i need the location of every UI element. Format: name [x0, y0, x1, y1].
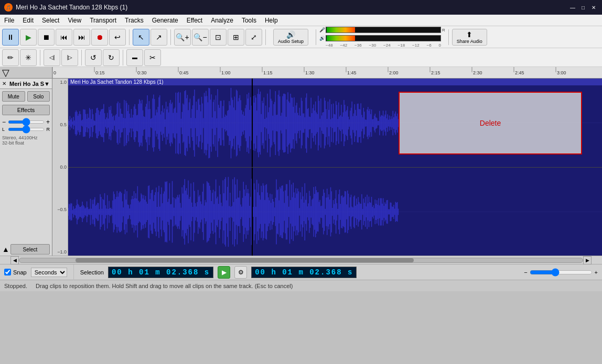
sep1	[129, 29, 130, 45]
loop-button[interactable]: ↩	[109, 29, 126, 46]
fit-project-button[interactable]: ⤢	[245, 29, 262, 46]
status-hint: Drag clips to reposition them. Hold Shif…	[36, 283, 293, 289]
titlebar: 🎵 Meri Ho Ja Sachet Tandon 128 Kbps (1) …	[0, 0, 602, 15]
select-button[interactable]: Select	[10, 244, 50, 255]
playback-level-icon: 🔊	[319, 36, 325, 41]
zoom-in-small-icon: +	[595, 269, 598, 275]
sep9	[73, 264, 74, 280]
menu-transport[interactable]: Transport	[85, 15, 121, 26]
menu-view[interactable]: View	[63, 15, 85, 26]
trim-right-button[interactable]: |▷	[61, 49, 78, 66]
sep6	[40, 50, 40, 65]
zoom-area: − +	[524, 268, 598, 277]
menu-select[interactable]: Select	[38, 15, 63, 26]
solo-button[interactable]: Solo	[27, 91, 50, 102]
cursor-tool-button[interactable]: ↖	[133, 29, 149, 46]
selection-time2[interactable]: 00 h 01 m 02.368 s	[251, 267, 357, 278]
back-button[interactable]: ⏮	[56, 29, 72, 46]
zoom-out-small-icon: −	[524, 269, 527, 275]
zoom-out-button[interactable]: 🔍−	[192, 29, 209, 46]
menu-tools[interactable]: Tools	[238, 15, 261, 26]
play-selection-button[interactable]: ▶	[218, 266, 230, 279]
svg-text:2:00: 2:00	[389, 70, 399, 75]
snap-checkbox-label[interactable]: Snap	[4, 269, 27, 275]
pan-slider[interactable]	[8, 128, 45, 131]
zoom-in-button[interactable]: 🔍+	[174, 29, 191, 46]
svg-text:2:15: 2:15	[431, 70, 440, 75]
sep7	[81, 50, 82, 65]
menu-edit[interactable]: Edit	[18, 15, 38, 26]
window-title: Meri Ho Ja Sachet Tandon 128 Kbps (1)	[16, 4, 127, 11]
close-button[interactable]: ✕	[589, 3, 598, 12]
app-icon: 🎵	[4, 3, 13, 12]
menu-generate[interactable]: Generate	[148, 15, 182, 26]
scroll-right-button[interactable]: ▶	[583, 256, 592, 264]
cut-preview-button[interactable]: ✂	[144, 49, 161, 66]
lower-waveform	[68, 168, 602, 256]
sep8	[123, 50, 123, 65]
status-stopped: Stopped.	[4, 283, 27, 289]
minimize-button[interactable]: —	[568, 3, 577, 12]
vu-scale: −48−42−36−30−24−18−12−60	[319, 43, 441, 48]
track-area-container: ▽ 0 0:15 0:30 0:45 1:00 1:15 1:30	[0, 67, 602, 256]
settings-button[interactable]: ⚙	[234, 266, 247, 279]
selection-time1[interactable]: 00 h 01 m 02.368 s	[108, 267, 213, 278]
horizontal-scrollbar: ◀ ▶	[0, 256, 602, 264]
menu-tracks[interactable]: Tracks	[121, 15, 148, 26]
ruler-corner: ▽	[0, 67, 52, 79]
track-bit-depth: 32-bit float	[2, 140, 50, 146]
output-vu-level	[327, 36, 355, 41]
waveform-main[interactable]: Meri Ho Ja Sachet Tandon 128 Kbps (1)	[68, 79, 602, 256]
pause-button[interactable]: ⏸	[2, 29, 19, 46]
undo-button[interactable]: ↺	[85, 49, 102, 66]
track-collapse-button[interactable]: ▲	[2, 245, 9, 253]
menu-help[interactable]: Help	[261, 15, 282, 26]
fit-track-button[interactable]: ⊡	[210, 29, 227, 46]
audio-setup-button[interactable]: 🔊 Audio Setup	[273, 29, 308, 46]
trim-left-button[interactable]: ◁|	[44, 49, 60, 66]
track-name: Meri Ho Ja S▼	[9, 81, 50, 87]
effects-button[interactable]: Effects	[2, 105, 50, 115]
gain-slider[interactable]	[8, 120, 45, 124]
pan-right-label: R	[47, 127, 50, 132]
play-button[interactable]: ▶	[20, 29, 37, 46]
track-bottom-controls: ▲ Select	[0, 243, 52, 256]
pan-left-label: L	[2, 127, 6, 132]
envelope-tool-button[interactable]: ↗	[150, 29, 167, 46]
delete-box[interactable]: Delete	[399, 92, 582, 155]
zoom-slider[interactable]	[530, 268, 593, 277]
svg-text:3:00: 3:00	[557, 70, 566, 75]
maximize-button[interactable]: □	[579, 3, 587, 12]
silence-button[interactable]: ▬	[126, 49, 143, 66]
delete-label: Delete	[480, 119, 501, 127]
gain-plus: +	[46, 118, 50, 126]
multi-tool-button[interactable]: ✳	[20, 49, 37, 66]
speaker-icon: 🔊	[286, 30, 295, 39]
zoom-toggle-button[interactable]: ⊞	[228, 29, 244, 46]
svg-text:2:30: 2:30	[473, 70, 482, 75]
collapse-icon[interactable]: ▽	[2, 67, 9, 79]
menu-analyze[interactable]: Analyze	[207, 15, 238, 26]
sep3	[265, 29, 266, 45]
menu-file[interactable]: File	[0, 15, 18, 26]
stop-button[interactable]: ⏹	[38, 29, 55, 46]
draw-tool-button[interactable]: ✏	[2, 49, 19, 66]
seconds-select[interactable]: Seconds	[31, 268, 67, 277]
svg-text:0:30: 0:30	[137, 70, 147, 75]
svg-text:1:00: 1:00	[221, 70, 231, 75]
share-audio-button[interactable]: ⬆ Share Audio	[452, 29, 487, 46]
scroll-left-button[interactable]: ◀	[10, 256, 19, 264]
ruler-svg: 0 0:15 0:30 0:45 1:00 1:15 1:30 1:45 2:0…	[52, 67, 602, 79]
record-button[interactable]: ⏺	[91, 29, 108, 46]
svg-text:1:30: 1:30	[305, 70, 315, 75]
forward-button[interactable]: ⏭	[73, 29, 90, 46]
track-close-button[interactable]: ✕	[2, 81, 6, 86]
redo-button[interactable]: ↻	[103, 49, 120, 66]
ruler-timeline[interactable]: 0 0:15 0:30 0:45 1:00 1:15 1:30 1:45 2:0…	[52, 67, 602, 79]
snap-checkbox[interactable]	[4, 269, 11, 275]
svg-text:0: 0	[53, 70, 56, 75]
menu-effect[interactable]: Effect	[182, 15, 207, 26]
mute-button[interactable]: Mute	[2, 91, 25, 102]
scroll-thumb[interactable]	[76, 258, 413, 262]
sep5	[448, 29, 449, 45]
